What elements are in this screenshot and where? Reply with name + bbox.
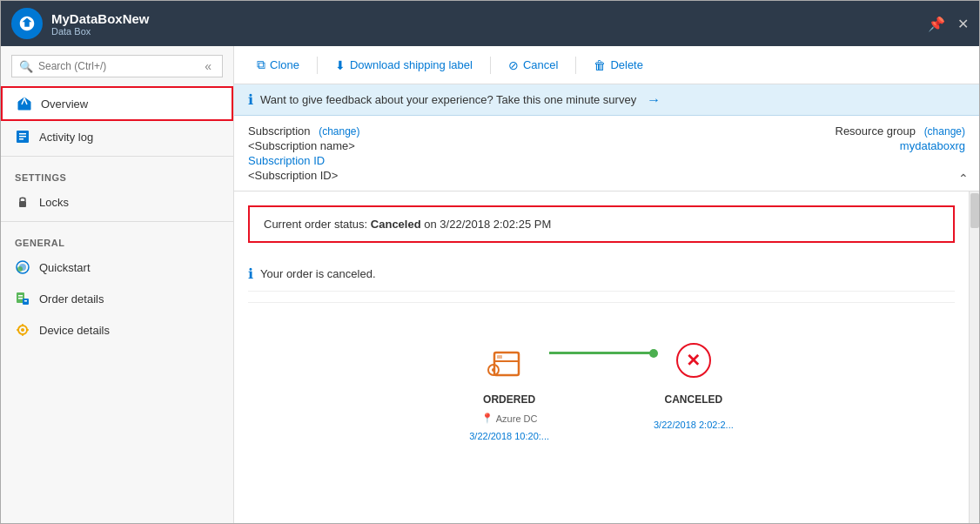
title-bar-text: MyDataBoxNew Data Box [51,11,150,37]
subscription-row: Subscription (change) [248,124,360,138]
clone-icon: ⧉ [257,57,265,72]
app-window: MyDataBoxNew Data Box 📌 ✕ 🔍 « [0,0,980,524]
activity-log-icon [15,129,30,144]
order-status-box: Current order status: Canceled on 3/22/2… [248,205,955,243]
search-icon: 🔍 [19,60,33,73]
sidebar-item-overview-label: Overview [41,97,88,111]
app-subtitle: Data Box [51,26,150,37]
subscription-id-label: Subscription ID [248,154,360,167]
feedback-banner: ℹ Want to give feedback about your exper… [234,84,979,116]
sidebar-collapse-button[interactable]: « [201,59,215,73]
toolbar-separator-3 [575,57,576,74]
sidebar-item-activity-log[interactable]: Activity log [1,121,233,152]
device-details-icon [15,322,30,338]
main-layout: 🔍 « Overview [1,46,979,523]
svg-rect-1 [19,133,26,135]
order-status-text: Current order status: [264,218,371,231]
clone-button[interactable]: ⧉ Clone [248,53,308,77]
quickstart-icon [15,259,30,275]
settings-section-label: SETTINGS [1,160,233,186]
svg-rect-21 [497,355,502,359]
subscription-change-link[interactable]: (change) [319,125,359,138]
scrollbar[interactable] [969,191,979,523]
content-area: ⧉ Clone ⬇ Download shipping label ⊘ Canc… [234,46,979,523]
locks-icon [15,194,30,210]
subscription-section: Subscription (change) <Subscription name… [234,116,979,191]
feedback-text: Want to give feedback about your experie… [260,93,636,106]
order-status-datetime: on 3/22/2018 2:02:25 PM [421,218,552,231]
canceled-step-timestamp: 3/22/2018 2:02:2... [654,420,734,430]
order-info-text: Your order is canceled. [260,267,376,280]
subscription-name-value: <Subscription name> [248,139,360,152]
ordered-step-timestamp: 3/22/2018 10:20:... [469,431,549,441]
svg-rect-2 [19,136,26,138]
order-status-bold: Canceled [371,218,421,231]
step-canceled: ✕ CANCELED 3/22/2018 2:02:2... [654,334,734,430]
info-icon: ℹ [248,91,253,108]
svg-point-14 [21,328,24,332]
title-bar: MyDataBoxNew Data Box 📌 ✕ [1,1,979,46]
resource-group-row: Resource group (change) [836,124,966,138]
download-shipping-label-button[interactable]: ⬇ Download shipping label [326,54,481,77]
app-logo [11,8,43,39]
close-icon[interactable]: ✕ [957,16,969,32]
order-info-banner: ℹ Your order is canceled. [248,257,955,292]
svg-rect-10 [18,298,23,299]
subscription-right: Resource group (change) mydataboxrg [836,124,966,152]
app-title: MyDataBoxNew [51,11,150,26]
collapse-section-icon[interactable]: ⌃ [958,171,969,185]
sidebar-item-activity-log-label: Activity log [39,131,93,144]
ordered-step-label: ORDERED [483,393,535,406]
ordered-step-sublabel: 📍 Azure DC [481,413,538,424]
subscription-left: Subscription (change) <Subscription name… [248,124,360,182]
sidebar-item-locks-label: Locks [39,196,69,209]
scrollbar-thumb[interactable] [970,193,979,228]
canceled-icon-wrap: ✕ [668,334,720,386]
resource-group-label: Resource group [836,124,916,138]
step-ordered: ORDERED 📍 Azure DC 3/22/2018 10:20:... [469,334,549,441]
progress-tracker: ORDERED 📍 Azure DC 3/22/2018 10:20:... [248,317,955,459]
pin-icon[interactable]: 📌 [928,16,945,32]
toolbar-separator-1 [317,57,318,74]
canceled-step-label: CANCELED [665,393,723,406]
toolbar: ⧉ Clone ⬇ Download shipping label ⊘ Canc… [234,46,979,84]
subscription-id-value: <Subscription ID> [248,169,360,182]
order-details-icon [15,291,30,306]
sidebar-item-device-details[interactable]: Device details [1,314,233,346]
connector-line [549,352,654,354]
general-section-label: GENERAL [1,225,233,252]
sidebar-item-quickstart-label: Quickstart [39,261,91,274]
cancel-button[interactable]: ⊘ Cancel [500,54,567,77]
sidebar-item-order-details-label: Order details [39,292,104,306]
ordered-icon-wrap [483,334,535,386]
step-connector [549,334,654,354]
svg-point-7 [17,266,23,272]
overview-icon [17,96,32,111]
sidebar-item-device-details-label: Device details [39,324,110,337]
title-bar-controls: 📌 ✕ [928,16,969,32]
sidebar-item-overview[interactable]: Overview [1,86,233,121]
download-icon: ⬇ [335,58,346,72]
svg-point-23 [492,368,495,372]
svg-rect-9 [18,295,23,297]
svg-rect-4 [19,201,26,207]
feedback-arrow-icon[interactable]: → [647,92,661,108]
toolbar-separator-2 [490,57,491,74]
sidebar-item-order-details[interactable]: Order details [1,283,233,314]
sidebar-item-quickstart[interactable]: Quickstart [1,252,233,283]
search-input[interactable] [38,60,196,72]
content-with-scroll: Current order status: Canceled on 3/22/2… [234,191,979,523]
sidebar: 🔍 « Overview [1,46,234,523]
cancel-icon: ⊘ [508,58,519,72]
order-area: Current order status: Canceled on 3/22/2… [234,191,969,523]
resource-group-change-link[interactable]: (change) [924,125,965,138]
delete-button[interactable]: 🗑 Delete [585,54,652,77]
cancelled-circle-icon: ✕ [676,343,711,378]
resource-group-value: mydataboxrg [836,139,966,152]
sidebar-item-locks[interactable]: Locks [1,186,233,218]
subscription-label: Subscription [248,124,311,138]
sidebar-nav: Overview Activity log SETTINGS [1,83,233,349]
svg-rect-12 [24,300,27,302]
delete-icon: 🗑 [594,58,606,72]
info-icon-2: ℹ [248,265,253,282]
